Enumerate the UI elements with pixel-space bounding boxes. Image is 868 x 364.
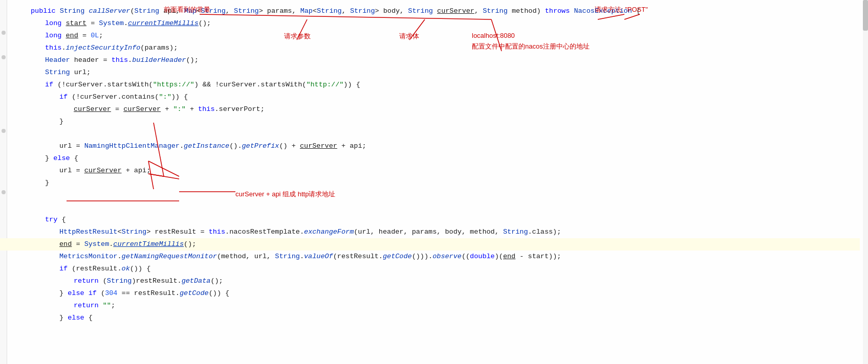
code-token: public	[31, 5, 60, 17]
code-line: long start = System.currentTimeMillis();	[0, 17, 860, 30]
code-token: ,	[400, 5, 408, 17]
code-token: >	[375, 5, 383, 17]
code-token: }	[59, 287, 68, 300]
code-token: callServer	[89, 5, 130, 17]
code-token: this	[45, 42, 61, 54]
code-token: =	[111, 103, 123, 116]
code-token: .	[300, 226, 304, 238]
code-token: }	[45, 177, 49, 189]
code-token: if	[45, 79, 57, 91]
code-token: getInstance	[184, 140, 229, 152]
code-token: "https://"	[153, 79, 194, 91]
code-token: + api;	[122, 165, 151, 177]
code-token: return	[74, 300, 103, 312]
code-token: > restResult =	[146, 226, 209, 238]
code-token: currentTimeMillis	[128, 17, 199, 30]
code-token: long	[45, 17, 66, 30]
code-line: end = System.currentTimeMillis();	[0, 238, 860, 251]
code-token: String	[107, 275, 132, 287]
code-line: public String callServer(String api, Map…	[0, 5, 860, 17]
code-token: getData	[182, 275, 211, 287]
code-token: nacosRestTemplate	[229, 226, 300, 238]
code-line: } else {	[0, 152, 860, 165]
code-token: ":"	[159, 91, 171, 103]
code-token: - start));	[515, 251, 561, 263]
code-token: this	[198, 103, 214, 116]
code-token: {	[74, 152, 78, 165]
code-token: ":"	[173, 103, 185, 116]
code-line: HttpRestResult<String> restResult = this…	[0, 226, 860, 238]
code-token: (	[103, 275, 107, 287]
code-token: url	[59, 140, 72, 152]
code-token: this	[112, 54, 128, 66]
code-token: (method, url,	[217, 251, 275, 263]
code-token: =	[99, 54, 111, 66]
code-token: ,	[226, 5, 234, 17]
code-token: method	[512, 5, 537, 17]
code-token: 304	[105, 287, 117, 300]
code-token: (!curServer.startsWith(	[57, 79, 153, 91]
code-token: ((	[462, 251, 470, 263]
code-token: this	[209, 226, 225, 238]
scrollbar[interactable]	[863, 0, 868, 364]
code-token: .	[225, 226, 229, 238]
code-token: valueOf	[304, 251, 333, 263]
code-token: builderHeader	[132, 54, 186, 66]
code-token: curServer	[123, 103, 161, 116]
code-token: throws	[545, 5, 574, 17]
code-token: .	[300, 251, 304, 263]
code-token: if	[59, 263, 72, 275]
code-line: return "";	[0, 300, 860, 312]
code-token: .	[61, 42, 66, 54]
code-token: >	[259, 5, 267, 17]
code-token: +	[186, 103, 198, 116]
code-token: ();	[184, 238, 196, 251]
code-token: ().	[229, 140, 242, 152]
code-token: ) && !curServer.startsWith(	[194, 79, 307, 91]
code-token: ""	[103, 300, 111, 312]
code-token: String	[201, 5, 226, 17]
code-token: (restResult.	[72, 263, 121, 275]
code-token: String	[317, 5, 342, 17]
code-token: .class);	[528, 226, 561, 238]
code-token: ())).	[412, 251, 433, 263]
editor-container: public String callServer(String api, Map…	[0, 0, 868, 364]
code-token: currentTimeMillis	[113, 238, 184, 251]
code-token: body	[383, 5, 400, 17]
code-token: ok	[122, 263, 130, 275]
code-token: ();	[210, 275, 223, 287]
code-token: )) {	[343, 79, 360, 91]
code-token: ,	[474, 5, 483, 17]
code-token: ()) {	[209, 287, 230, 300]
code-token: String	[408, 5, 437, 17]
code-line: }	[0, 177, 860, 189]
code-token: api	[163, 5, 176, 17]
code-line: String url;	[0, 66, 860, 79]
code-token: .	[180, 140, 184, 152]
code-line: if (!curServer.contains(":")) {	[0, 91, 860, 103]
code-editor[interactable]: public String callServer(String api, Map…	[0, 0, 860, 364]
code-token: }	[59, 312, 68, 324]
code-token: Map	[300, 5, 313, 17]
code-line: url = NamingHttpClientManager.getInstanc…	[0, 140, 860, 152]
code-token: header	[74, 54, 99, 66]
code-token: long	[45, 30, 66, 42]
code-token: ()) {	[130, 263, 151, 275]
scrollbar-thumb[interactable]	[863, 0, 868, 31]
code-token: try	[45, 214, 61, 226]
code-line: try {	[0, 214, 860, 226]
code-token: getCode	[180, 287, 209, 300]
code-token: NacosException	[574, 5, 632, 17]
code-token: url	[59, 165, 72, 177]
code-line	[0, 201, 860, 214]
code-token: end	[503, 251, 515, 263]
code-token: )	[536, 5, 545, 17]
code-token: getCode	[383, 251, 412, 263]
code-token: url	[74, 66, 86, 79]
code-token: <	[117, 226, 121, 238]
code-token: =	[72, 238, 84, 251]
code-token: =	[72, 165, 84, 177]
code-token: .	[124, 17, 128, 30]
code-token: NamingHttpClientManager	[84, 140, 180, 152]
code-token: 0L	[91, 30, 99, 42]
